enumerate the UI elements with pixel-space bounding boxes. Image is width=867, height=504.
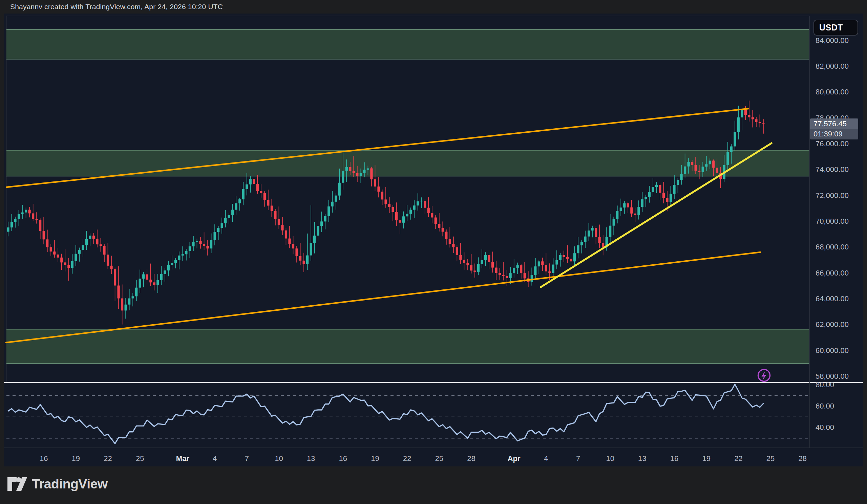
svg-text:80.00: 80.00 [815, 381, 834, 389]
svg-text:80,000.00: 80,000.00 [815, 88, 849, 96]
svg-text:74,000.00: 74,000.00 [815, 165, 849, 174]
svg-text:19: 19 [371, 454, 379, 463]
svg-text:22: 22 [734, 454, 742, 463]
svg-text:25: 25 [767, 454, 774, 463]
svg-text:10: 10 [606, 454, 614, 463]
quote-currency-label: USDT [819, 23, 843, 33]
svg-text:16: 16 [40, 454, 48, 463]
svg-text:13: 13 [307, 454, 315, 463]
last-price-label: 77,576.45 01:39:09 [810, 119, 858, 140]
svg-text:68,000.00: 68,000.00 [815, 243, 849, 251]
svg-text:60.00: 60.00 [815, 402, 834, 410]
svg-text:7: 7 [576, 454, 580, 463]
svg-text:70,000.00: 70,000.00 [815, 217, 849, 226]
price-chart-canvas[interactable]: 84,000.0082,000.0080,000.0078,000.0076,0… [0, 0, 867, 504]
tradingview-logo-icon [8, 477, 27, 491]
svg-text:28: 28 [798, 454, 806, 463]
tradingview-logo: TradingView [8, 476, 108, 492]
svg-text:7: 7 [245, 454, 249, 463]
svg-text:58,000.00: 58,000.00 [815, 372, 849, 381]
svg-text:16: 16 [339, 454, 347, 463]
svg-text:Apr: Apr [508, 454, 521, 463]
svg-text:25: 25 [435, 454, 443, 463]
svg-text:62,000.00: 62,000.00 [815, 320, 849, 329]
svg-text:16: 16 [670, 454, 678, 463]
svg-text:4: 4 [544, 454, 548, 463]
svg-text:76,000.00: 76,000.00 [815, 140, 849, 148]
svg-text:19: 19 [72, 454, 80, 463]
tradingview-logo-text: TradingView [32, 476, 108, 492]
svg-text:19: 19 [702, 454, 710, 463]
last-price-value: 77,576.45 [810, 119, 858, 129]
svg-text:25: 25 [136, 454, 144, 463]
svg-text:40.00: 40.00 [815, 423, 834, 431]
svg-text:64,000.00: 64,000.00 [815, 295, 849, 303]
svg-text:22: 22 [403, 454, 411, 463]
svg-text:82,000.00: 82,000.00 [815, 62, 849, 70]
svg-text:Mar: Mar [176, 454, 190, 463]
svg-text:10: 10 [275, 454, 283, 463]
candle-countdown: 01:39:09 [810, 129, 858, 140]
tradingview-snapshot: Shayannv created with TradingView.com, A… [0, 0, 867, 504]
svg-text:60,000.00: 60,000.00 [815, 346, 849, 355]
svg-text:4: 4 [213, 454, 217, 463]
svg-text:22: 22 [104, 454, 112, 463]
svg-text:66,000.00: 66,000.00 [815, 269, 849, 277]
svg-text:28: 28 [467, 454, 475, 463]
svg-text:72,000.00: 72,000.00 [815, 191, 849, 200]
quote-currency-badge: USDT [813, 20, 858, 35]
svg-text:13: 13 [638, 454, 646, 463]
svg-text:84,000.00: 84,000.00 [815, 36, 849, 45]
